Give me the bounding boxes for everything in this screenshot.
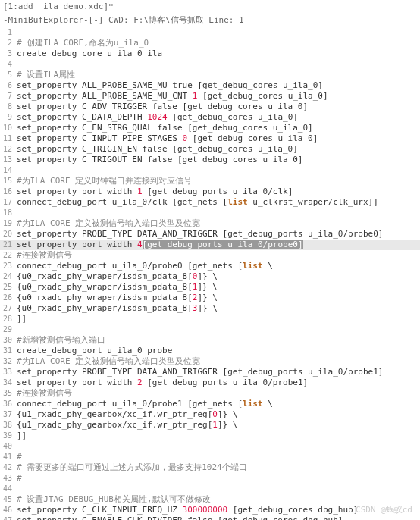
code-line[interactable]: 37{u1_rxadc_phy_gearbox/xc_if.wr_ptr_reg… [0,409,420,420]
line-number: 7 [0,91,17,102]
line-number: 6 [0,80,17,91]
code-text: {u0_rxadc_phy_wraper/isdsm_pdata_8[3]} \ [17,303,420,314]
code-line[interactable]: 23connect_debug_port u_ila_0/probe0 [get… [0,261,420,271]
code-text: set_property C_ADV_TRIGGER false [get_de… [17,102,420,112]
code-line[interactable]: 34set_property port_width 2 [get_debug_p… [0,377,420,388]
code-text: set_property C_DATA_DEPTH 1024 [get_debu… [17,112,420,123]
line-number: 24 [0,271,17,282]
code-line[interactable]: 29 [0,324,420,335]
code-text: {u0_rxadc_phy_wraper/isdsm_pdata_8[2]} \ [17,293,420,303]
code-text: #为ILA CORE 定义时钟端口并连接到对应信号 [17,176,420,186]
code-line[interactable]: 2# 创建ILA CORE,命名为u_ila_0 [0,38,420,49]
code-text [17,27,420,38]
code-line[interactable]: 19#为ILA CORE 定义被测信号输入端口类型及位宽 [0,218,420,229]
line-number: 30 [0,335,17,346]
code-text: connect_debug_port u_ila_0/probe1 [get_n… [17,399,420,409]
code-line[interactable]: 25{u0_rxadc_phy_wraper/isdsm_pdata_8[1]}… [0,282,420,293]
code-line[interactable]: 4 [0,59,420,70]
code-line[interactable]: 39]] [0,431,420,441]
code-line[interactable]: 32#为ILA CORE 定义被测信号输入端口类型及位宽 [0,356,420,367]
code-line[interactable]: 22#连接被测信号 [0,250,420,261]
line-number: 47 [0,515,17,520]
code-line[interactable]: 28]] [0,314,420,324]
code-editor[interactable]: 12# 创建ILA CORE,命名为u_ila_03create_debug_c… [0,27,420,520]
line-number: 25 [0,282,17,293]
code-text: set_property port_width 2 [get_debug_por… [17,377,420,388]
code-line[interactable]: 43# [0,473,420,484]
code-text: # [17,473,420,484]
code-text: {u0_rxadc_phy_wraper/isdsm_pdata_8[1]} \ [17,282,420,293]
code-line[interactable]: 10set_property C_EN_STRG_QUAL false [get… [0,123,420,133]
code-line[interactable]: 17connect_debug_port u_ila_0/clk [get_ne… [0,197,420,208]
code-text: #新增被测信号输入端口 [17,335,420,346]
code-line[interactable]: 14 [0,165,420,176]
line-number: 27 [0,303,17,314]
line-number: 45 [0,494,17,505]
code-line[interactable]: 5# 设置ILA属性 [0,70,420,80]
line-number: 21 [0,240,17,250]
code-line[interactable]: 36connect_debug_port u_ila_0/probe1 [get… [0,399,420,409]
code-text: # 需要更多的端口可通过上述方式添加，最多支持1024个端口 [17,462,420,473]
code-text: #为ILA CORE 定义被测信号输入端口类型及位宽 [17,218,420,229]
code-text: set_property ALL_PROBE_SAME_MU_CNT 1 [ge… [17,91,420,102]
code-text [17,208,420,218]
code-line[interactable]: 40 [0,441,420,452]
code-line[interactable]: 33set_property PROBE_TYPE DATA_AND_TRIGG… [0,367,420,377]
line-number: 29 [0,324,17,335]
code-line[interactable]: 3create_debug_core u_ila_0 ila [0,49,420,59]
code-line[interactable]: 13set_property C_TRIGOUT_EN false [get_d… [0,155,420,165]
line-number: 46 [0,505,17,515]
line-number: 28 [0,314,17,324]
code-text [17,59,420,70]
line-number: 19 [0,218,17,229]
code-line[interactable]: 9set_property C_DATA_DEPTH 1024 [get_deb… [0,112,420,123]
code-line[interactable]: 12set_property C_TRIGIN_EN false [get_de… [0,144,420,155]
code-line[interactable]: 38{u1_rxadc_phy_gearbox/xc_if.wr_ptr_reg… [0,420,420,431]
code-text: set_property PROBE_TYPE DATA_AND_TRIGGER… [17,229,420,240]
code-text [17,484,420,494]
code-text: #连接被测信号 [17,250,420,261]
code-line[interactable]: 42# 需要更多的端口可通过上述方式添加，最多支持1024个端口 [0,462,420,473]
line-number: 15 [0,176,17,186]
code-line[interactable]: 41# [0,452,420,462]
line-number: 36 [0,399,17,409]
code-text: set_property port_width 4[get_debug_port… [17,240,420,250]
code-line[interactable]: 15#为ILA CORE 定义时钟端口并连接到对应信号 [0,176,420,186]
code-text: create_debug_port u_ila_0 probe [17,346,420,356]
line-number: 22 [0,250,17,261]
line-number: 14 [0,165,17,176]
watermark: CSDN @蜗蚁cd [356,504,412,515]
code-text: # 设置ILA属性 [17,70,420,80]
code-line[interactable]: 21set_property port_width 4[get_debug_po… [0,240,420,250]
line-number: 44 [0,484,17,494]
code-line[interactable]: 47set_property C_ENABLE_CLK_DIVIDER fals… [0,515,420,520]
code-text: set_property PROBE_TYPE DATA_AND_TRIGGER… [17,367,420,377]
code-line[interactable]: 18 [0,208,420,218]
code-text: create_debug_core u_ila_0 ila [17,49,420,59]
code-line[interactable]: 44 [0,484,420,494]
line-number: 42 [0,462,17,473]
code-text [17,165,420,176]
code-text: ]] [17,431,420,441]
code-line[interactable]: 6set_property ALL_PROBE_SAME_MU true [ge… [0,80,420,91]
code-line[interactable]: 24{u0_rxadc_phy_wraper/isdsm_pdata_8[0]}… [0,271,420,282]
code-line[interactable]: 1 [0,27,420,38]
code-line[interactable]: 8set_property C_ADV_TRIGGER false [get_d… [0,102,420,112]
code-line[interactable]: 35#连接被测信号 [0,388,420,399]
code-line[interactable]: 31create_debug_port u_ila_0 probe [0,346,420,356]
code-line[interactable]: 45# 设置JTAG DEBUG_HUB相关属性,默认可不做修改 [0,494,420,505]
code-text: {u1_rxadc_phy_gearbox/xc_if.wr_ptr_reg[0… [17,409,420,420]
code-line[interactable]: 7set_property ALL_PROBE_SAME_MU_CNT 1 [g… [0,91,420,102]
code-line[interactable]: 11set_property C_INPUT_PIPE_STAGES 0 [ge… [0,133,420,144]
code-line[interactable]: 20set_property PROBE_TYPE DATA_AND_TRIGG… [0,229,420,240]
code-line[interactable]: 26{u0_rxadc_phy_wraper/isdsm_pdata_8[2]}… [0,293,420,303]
code-line[interactable]: 30#新增被测信号输入端口 [0,335,420,346]
code-line[interactable]: 16set_property port_width 1 [get_debug_p… [0,186,420,197]
code-line[interactable]: 27{u0_rxadc_phy_wraper/isdsm_pdata_8[3]}… [0,303,420,314]
code-text [17,441,420,452]
line-number: 41 [0,452,17,462]
line-number: 10 [0,123,17,133]
line-number: 12 [0,144,17,155]
code-text: #为ILA CORE 定义被测信号输入端口类型及位宽 [17,356,420,367]
code-text: set_property C_INPUT_PIPE_STAGES 0 [get_… [17,133,420,144]
